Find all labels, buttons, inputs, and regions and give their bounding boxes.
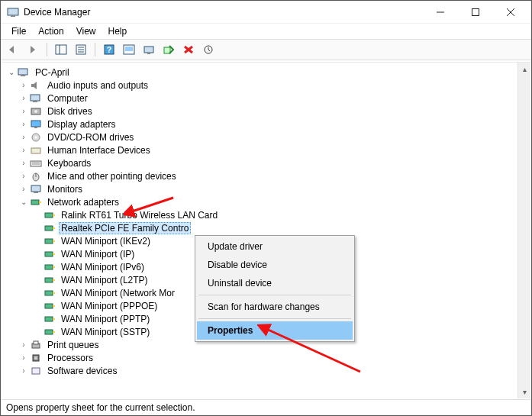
expand-icon[interactable]: › [18, 353, 29, 363]
ctx-properties[interactable]: Properties [197, 321, 353, 340]
svg-rect-45 [53, 227, 55, 229]
tree-view-container: ⌄PC-April›Audio inputs and outputs›Compu… [2, 62, 530, 398]
tree-category-disk[interactable]: ›Disk drives [5, 105, 517, 118]
svg-rect-6 [56, 45, 66, 54]
device-tree[interactable]: ⌄PC-April›Audio inputs and outputs›Compu… [2, 63, 517, 398]
svg-rect-53 [53, 279, 55, 281]
svg-rect-44 [45, 226, 53, 231]
scan-changes-icon[interactable] [199, 41, 218, 58]
tree-category-proc[interactable]: ›Processors [5, 351, 517, 364]
svg-rect-51 [53, 266, 55, 268]
svg-rect-58 [45, 317, 53, 321]
tree-device-net-0[interactable]: Ralink RT61 Turbo Wireless LAN Card [5, 208, 517, 221]
svg-rect-41 [39, 202, 41, 203]
context-menu: Update driver Disable device Uninstall d… [195, 235, 355, 342]
expand-icon[interactable]: › [18, 106, 29, 117]
twisty-none [32, 314, 43, 324]
scroll-up-button[interactable]: ▴ [518, 63, 530, 76]
pc-icon [17, 67, 31, 78]
net-icon [29, 197, 43, 208]
tree-category-mice[interactable]: ›Mice and other pointing devices [5, 169, 517, 182]
show-hide-tree-button[interactable] [52, 41, 70, 58]
tree-item-label: WAN Miniport (PPTP) [59, 313, 152, 325]
net-icon [43, 236, 56, 247]
ctx-separator [198, 295, 351, 295]
twisty-none [32, 327, 43, 337]
expand-icon[interactable]: › [18, 340, 29, 350]
svg-rect-48 [45, 252, 53, 256]
menu-file[interactable]: File [5, 24, 32, 38]
scroll-down-button[interactable]: ▾ [518, 385, 530, 398]
tree-category-computer[interactable]: ›Computer [5, 92, 517, 105]
update-driver-icon[interactable] [140, 41, 158, 58]
tree-category-audio[interactable]: ›Audio inputs and outputs [5, 79, 517, 92]
collapse-icon[interactable]: ⌄ [6, 67, 17, 78]
toolbar: ? [1, 39, 531, 60]
tree-category-soft[interactable]: ›Software devices [5, 364, 517, 377]
ctx-disable-device[interactable]: Disable device [197, 256, 353, 274]
twisty-none [32, 210, 43, 221]
expand-icon[interactable]: › [18, 171, 29, 182]
expand-icon[interactable]: › [18, 119, 29, 130]
svg-rect-32 [31, 148, 40, 153]
svg-rect-61 [53, 331, 55, 333]
menu-action[interactable]: Action [32, 24, 69, 38]
expand-icon[interactable]: › [18, 93, 29, 104]
collapse-icon[interactable]: ⌄ [18, 197, 29, 208]
tree-category-net[interactable]: ⌄Network adapters [5, 195, 517, 208]
menu-view[interactable]: View [70, 24, 102, 38]
uninstall-device-icon[interactable] [179, 41, 198, 58]
back-button[interactable] [4, 41, 22, 58]
twisty-none [32, 223, 43, 234]
tree-item-label: Print queues [45, 339, 101, 351]
vertical-scrollbar[interactable]: ▴ ▾ [517, 63, 530, 398]
ctx-uninstall-device[interactable]: Uninstall device [197, 274, 353, 292]
svg-rect-22 [18, 69, 27, 75]
twisty-none [32, 288, 43, 298]
menu-help[interactable]: Help [102, 24, 134, 38]
svg-rect-0 [8, 8, 18, 15]
expand-icon[interactable]: › [18, 145, 29, 156]
statusbar: Opens property sheet for the current sel… [2, 399, 530, 414]
svg-rect-3 [472, 8, 479, 15]
svg-rect-59 [53, 318, 55, 320]
properties-toolbar-button[interactable] [72, 41, 90, 58]
ctx-update-driver[interactable]: Update driver [197, 237, 353, 256]
expand-icon[interactable]: › [18, 132, 29, 143]
tree-item-label: WAN Miniport (SSTP) [59, 326, 152, 338]
maximize-button[interactable] [458, 1, 493, 24]
expand-icon[interactable]: › [18, 184, 29, 195]
tree-item-label: WAN Miniport (IKEv2) [59, 235, 153, 247]
ctx-scan-hardware[interactable]: Scan for hardware changes [197, 298, 353, 316]
tree-root[interactable]: ⌄PC-April [5, 66, 517, 79]
scan-hardware-icon[interactable] [120, 41, 138, 58]
svg-rect-54 [45, 291, 53, 295]
minimize-button[interactable] [423, 1, 458, 24]
monitor-icon [29, 184, 43, 195]
svg-rect-38 [31, 185, 40, 192]
tree-item-label: Display adapters [45, 118, 118, 131]
expand-icon[interactable]: › [18, 80, 29, 91]
close-button[interactable] [493, 1, 528, 24]
tree-item-label: Computer [45, 92, 90, 105]
svg-rect-46 [45, 239, 53, 243]
tree-device-net-1[interactable]: Realtek PCIe FE Family Contro [5, 221, 517, 234]
tree-category-hid[interactable]: ›Human Interface Devices [5, 144, 517, 156]
tree-category-dvd[interactable]: ›DVD/CD-ROM drives [5, 131, 517, 144]
help-toolbar-button[interactable]: ? [100, 41, 118, 58]
tree-category-monitors[interactable]: ›Monitors [5, 182, 517, 195]
tree-item-label: Network adapters [45, 196, 121, 208]
tree-category-display[interactable]: ›Display adapters [5, 118, 517, 131]
tree-category-keyboards[interactable]: ›Keyboards [5, 156, 517, 169]
tree-item-label: WAN Miniport (IPv6) [59, 261, 147, 273]
tree-item-label: Processors [45, 352, 95, 364]
enable-device-icon[interactable] [160, 41, 178, 58]
forward-button[interactable] [24, 41, 42, 58]
titlebar: Device Manager [1, 1, 531, 24]
twisty-none [32, 301, 43, 311]
disk-icon [29, 106, 43, 117]
toolbar-separator [47, 43, 47, 56]
scroll-track[interactable] [518, 76, 530, 385]
expand-icon[interactable]: › [18, 366, 29, 376]
expand-icon[interactable]: › [18, 158, 29, 169]
